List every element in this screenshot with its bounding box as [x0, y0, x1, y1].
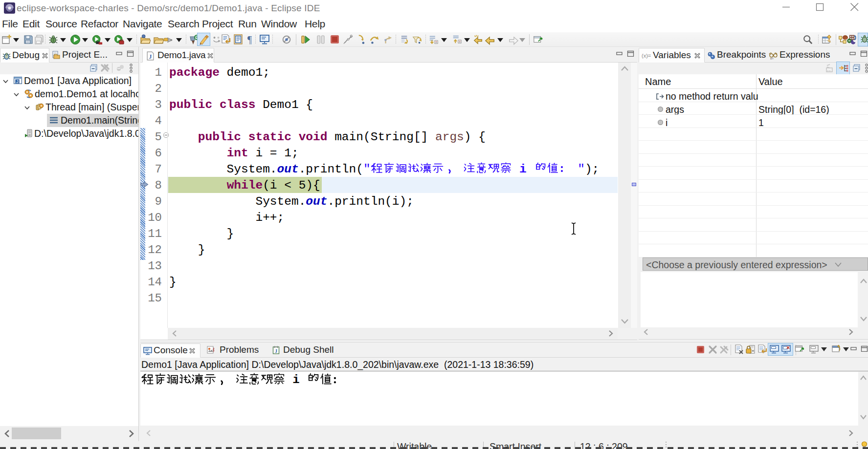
- svg-text:x=: x=: [770, 57, 774, 60]
- svg-text:J: J: [275, 348, 277, 354]
- svg-text:J: J: [16, 79, 18, 84]
- svg-text:J: J: [149, 54, 152, 60]
- svg-text:(x)=: (x)=: [642, 53, 651, 59]
- svg-text:¶: ¶: [247, 34, 252, 45]
